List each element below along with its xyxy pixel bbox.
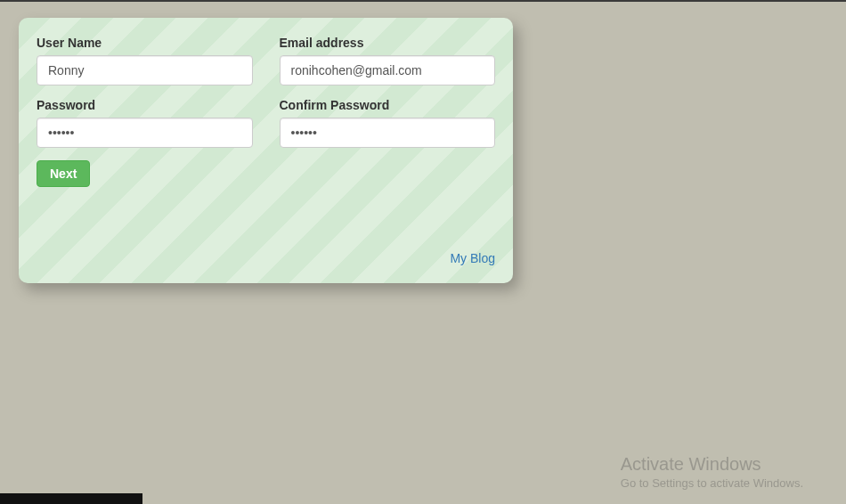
username-input[interactable] — [37, 55, 253, 85]
button-row: Next — [37, 160, 495, 187]
next-button[interactable]: Next — [37, 160, 90, 187]
password-label: Password — [37, 98, 253, 112]
form-row-1: User Name Email address — [37, 36, 495, 85]
username-group: User Name — [37, 36, 253, 85]
watermark-subtitle: Go to Settings to activate Windows. — [621, 476, 803, 490]
email-label: Email address — [280, 36, 496, 50]
watermark-title: Activate Windows — [621, 454, 803, 475]
username-label: User Name — [37, 36, 253, 50]
password-group: Password — [37, 98, 253, 148]
email-input[interactable] — [280, 55, 496, 85]
password-input[interactable] — [37, 118, 253, 148]
confirm-password-group: Confirm Password — [280, 98, 496, 148]
signup-card: User Name Email address Password Confirm… — [19, 18, 513, 283]
email-group: Email address — [280, 36, 496, 85]
taskbar-fragment — [0, 493, 142, 504]
form-row-2: Password Confirm Password — [37, 98, 495, 148]
card-footer: My Blog — [37, 251, 495, 265]
confirm-password-input[interactable] — [280, 118, 496, 148]
windows-activation-watermark: Activate Windows Go to Settings to activ… — [621, 454, 803, 490]
blog-link[interactable]: My Blog — [450, 251, 495, 265]
confirm-password-label: Confirm Password — [280, 98, 496, 112]
